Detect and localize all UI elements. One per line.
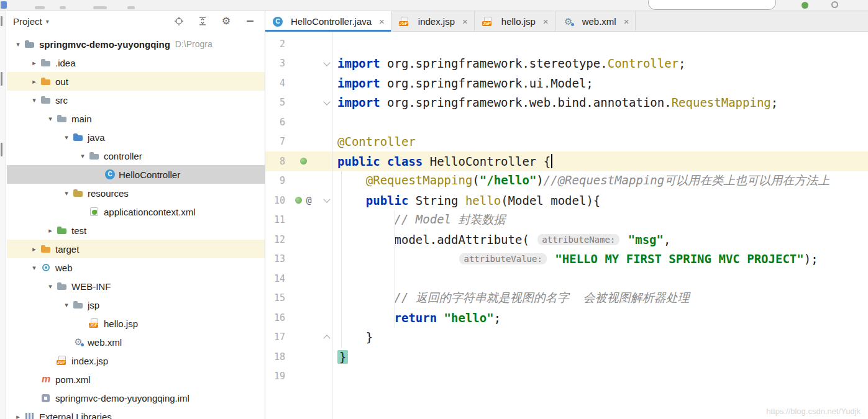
tree-item-jsp[interactable]: ▾jsp [7, 295, 265, 314]
code-line-16[interactable]: 16 return "hello"; [265, 308, 868, 328]
code-line-18[interactable]: 18} [265, 347, 868, 367]
chevron-expanded-icon[interactable]: ▾ [44, 282, 57, 291]
tree-item-java[interactable]: ▾java [7, 128, 265, 146]
chevron-expanded-icon[interactable]: ▾ [76, 152, 89, 160]
code-line-3[interactable]: 3import org.springframework.stereotype.C… [265, 54, 868, 74]
code-line-17[interactable]: 17 } [265, 328, 868, 348]
gutter[interactable]: 5 [265, 93, 332, 113]
code-line-19[interactable]: 19 [265, 367, 868, 387]
settings-gear-icon[interactable]: ⚙ [221, 16, 231, 26]
tree-item-hello-jsp[interactable]: JSPhello.jsp [7, 314, 265, 333]
fold-marker-icon[interactable] [323, 196, 330, 203]
tree-item-hellocontroller[interactable]: CHelloController [7, 165, 265, 184]
code-line-10[interactable]: 10@ public String hello(Model model){ [265, 191, 868, 210]
tab-web-xml[interactable]: ⚙web.xml× [555, 11, 636, 32]
fold-marker-icon[interactable] [323, 335, 330, 341]
chevron-collapsed-icon[interactable]: ▸ [12, 413, 24, 419]
gutter[interactable]: 17 [265, 328, 332, 348]
chevron-expanded-icon[interactable]: ▾ [60, 189, 73, 197]
gutter[interactable]: 18 [265, 347, 332, 367]
gutter[interactable]: 12 [265, 230, 332, 250]
gutter[interactable]: 11 [265, 210, 332, 230]
code-text[interactable]: @RequestMapping("/hello")//@RequestMappi… [332, 173, 868, 189]
code-line-13[interactable]: 13 attributeValue: "HELLO MY FIRST SPRIN… [265, 250, 868, 269]
chevron-expanded-icon[interactable]: ▾ [28, 96, 40, 104]
gutter[interactable]: 8 [265, 151, 332, 171]
chevron-collapsed-icon[interactable]: ▸ [28, 59, 40, 67]
spring-bean-icon[interactable] [300, 158, 307, 164]
code-text[interactable]: model.addAttribute( attributeName: "msg"… [332, 233, 868, 246]
fold-marker-icon[interactable] [323, 98, 330, 105]
code-line-12[interactable]: 12 model.addAttribute( attributeName: "m… [265, 230, 868, 250]
code-text[interactable]: } [332, 330, 868, 344]
gutter[interactable]: 3 [265, 54, 332, 74]
search-input[interactable] [648, 0, 776, 10]
code-text[interactable]: return "hello"; [332, 311, 868, 325]
hide-panel-button[interactable] [245, 16, 255, 26]
gutter[interactable]: 16 [265, 308, 332, 328]
tree-item-test[interactable]: ▸test [7, 221, 265, 240]
code-text[interactable]: } [332, 350, 868, 364]
tab-hello-jsp[interactable]: JSPhello.jsp× [475, 11, 555, 32]
run-icon[interactable] [802, 2, 808, 9]
gutter[interactable]: 10@ [265, 191, 332, 210]
fold-marker-icon[interactable] [323, 59, 330, 66]
tool-window-stripe[interactable] [0, 11, 6, 419]
tree-item-index-jsp[interactable]: JSPindex.jsp [7, 351, 265, 370]
tree-item-src[interactable]: ▾src [7, 91, 265, 109]
gutter[interactable]: 14 [265, 269, 332, 289]
chevron-expanded-icon[interactable]: ▾ [28, 264, 40, 272]
tree-item-resources[interactable]: ▾resources [7, 184, 265, 202]
gutter[interactable]: 6 [265, 112, 332, 132]
tree-item-out[interactable]: ▸out [7, 72, 265, 91]
collapse-all-button[interactable] [198, 16, 208, 26]
chevron-expanded-icon[interactable]: ▾ [44, 115, 57, 123]
tab-index-jsp[interactable]: JSPindex.jsp× [391, 11, 475, 32]
tree-item-springmvc-demo-yuyongqing-iml[interactable]: springmvc-demo-yuyongqing.iml [7, 389, 265, 407]
code-text[interactable]: public String hello(Model model){ [332, 194, 868, 207]
project-view-dropdown[interactable]: Project ▾ [13, 16, 49, 27]
tree-item-applicationcontext-xml[interactable]: applicationcontext.xml [7, 202, 265, 221]
code-text[interactable]: import org.springframework.ui.Model; [332, 76, 868, 90]
code-line-9[interactable]: 9 @RequestMapping("/hello")//@RequestMap… [265, 171, 868, 191]
gutter[interactable]: 4 [265, 73, 332, 93]
annotation-gutter-icon[interactable]: @ [306, 195, 311, 206]
chevron-expanded-icon[interactable]: ▾ [12, 40, 24, 48]
locate-file-button[interactable] [174, 16, 184, 26]
editor[interactable]: 23import org.springframework.stereotype.… [265, 32, 868, 419]
tree-item-springmvc-demo-yuyongqing[interactable]: ▾springmvc-demo-yuyongqingD:\Progra [7, 35, 265, 53]
tab-close-icon[interactable]: × [624, 16, 629, 27]
code-text[interactable]: // 返回的字符串就是视图的名字 会被视图解析器处理 [332, 290, 868, 306]
tree-item-idea[interactable]: ▸.idea [7, 53, 265, 72]
code-text[interactable]: import org.springframework.web.bind.anno… [332, 96, 868, 109]
gutter[interactable]: 7 [265, 132, 332, 152]
code-text[interactable]: import org.springframework.stereotype.Co… [332, 56, 868, 70]
toolbar-icon[interactable] [831, 1, 838, 8]
code-line-15[interactable]: 15 // 返回的字符串就是视图的名字 会被视图解析器处理 [265, 289, 868, 309]
gutter[interactable]: 15 [265, 289, 332, 309]
code-line-11[interactable]: 11 // Model 封装数据 [265, 210, 868, 230]
tab-close-icon[interactable]: × [543, 16, 549, 27]
code-line-4[interactable]: 4import org.springframework.ui.Model; [265, 73, 868, 93]
code-line-8[interactable]: 8public class HelloController { [265, 151, 868, 171]
code-text[interactable]: @Controller [332, 135, 868, 148]
gutter[interactable]: 2 [265, 34, 332, 54]
chevron-collapsed-icon[interactable]: ▸ [28, 78, 40, 86]
tab-hellocontroller-java[interactable]: CHelloController.java× [265, 11, 391, 32]
gutter[interactable]: 19 [265, 367, 332, 387]
code-line-5[interactable]: 5import org.springframework.web.bind.ann… [265, 93, 868, 113]
tree-item-main[interactable]: ▾main [7, 109, 265, 128]
tree-item-controller[interactable]: ▾controller [7, 146, 265, 165]
code-line-2[interactable]: 2 [265, 34, 868, 54]
tree-item-web[interactable]: ▾web [7, 258, 265, 277]
code-text[interactable]: attributeValue: "HELLO MY FIRST SPRING M… [332, 252, 868, 266]
gutter[interactable]: 9 [265, 171, 332, 191]
code-text[interactable]: // Model 封装数据 [332, 212, 868, 228]
spring-bean-icon[interactable] [295, 197, 302, 204]
tree-item-pom-xml[interactable]: mpom.xml [7, 370, 265, 389]
code-line-7[interactable]: 7@Controller [265, 132, 868, 152]
chevron-collapsed-icon[interactable]: ▸ [44, 227, 57, 235]
gutter[interactable]: 13 [265, 250, 332, 269]
chevron-expanded-icon[interactable]: ▾ [60, 301, 73, 309]
tab-close-icon[interactable]: × [379, 16, 385, 27]
